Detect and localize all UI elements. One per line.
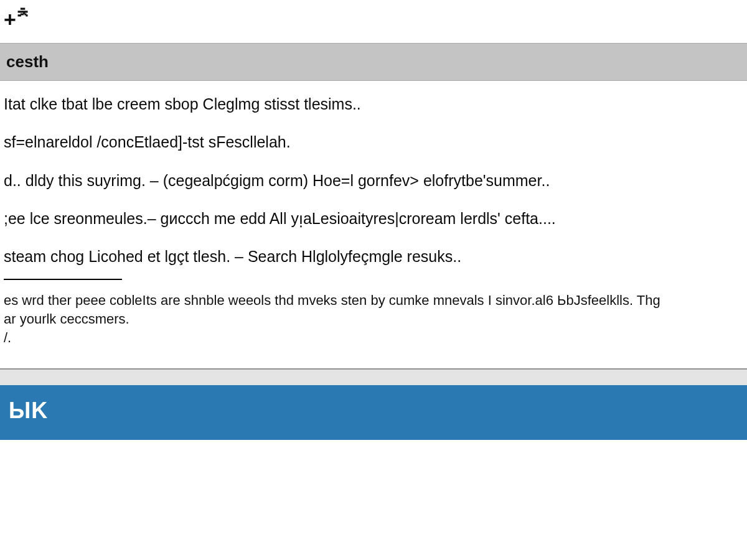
footer-bar: ЫK (0, 385, 747, 440)
search-text: cesth (6, 52, 49, 71)
result-item[interactable]: ;ee lce sreonmeules.– gиccch me edd All … (0, 195, 747, 233)
result-item[interactable]: sf=elnareldol /concEtlaed]-tst sFescllel… (0, 119, 747, 157)
body-text: ar yourlk ceccsmers. (0, 310, 747, 327)
result-item[interactable]: steam chog Licohed et lgçt tlesh. – Sear… (0, 233, 747, 271)
results-panel: Itat clke tbat lbe creem sbop Cleglmg st… (0, 81, 747, 369)
result-item[interactable]: d.. dldy this suyrimg. – (cegealpćgigm c… (0, 157, 747, 195)
result-item[interactable]: Itat clke tbat lbe creem sbop Cleglmg st… (0, 81, 747, 119)
logo-text: +ᄎ (0, 0, 747, 43)
body-text: es wrd ther peee cobleIts are shnble wee… (0, 280, 747, 310)
footer-brand: ЫK (9, 398, 48, 423)
spacer-bar (0, 369, 747, 385)
body-tail: /. (0, 327, 747, 357)
search-bar[interactable]: cesth (0, 43, 747, 81)
